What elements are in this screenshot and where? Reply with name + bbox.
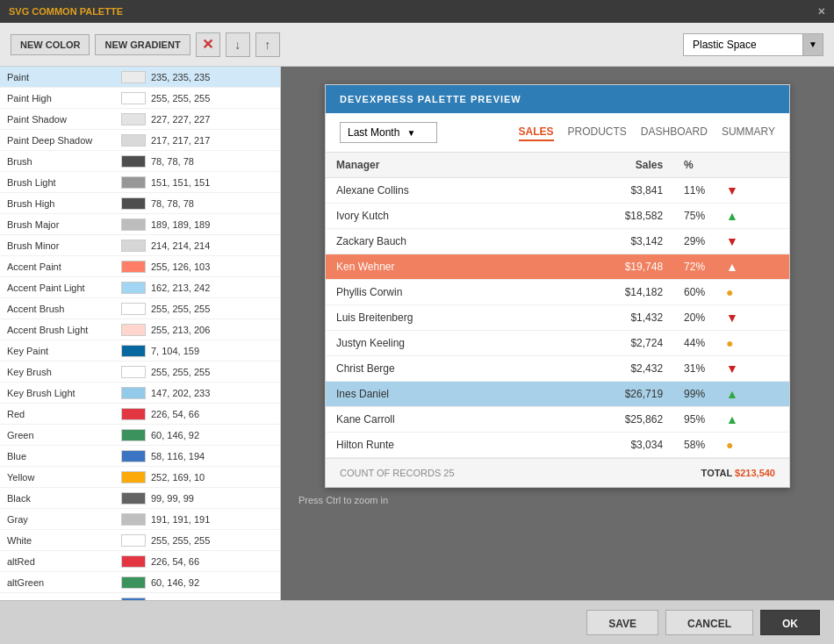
delete-button[interactable]: ✕ [196,32,220,57]
tab-products[interactable]: PRODUCTS [568,124,627,141]
table-row: Hilton Runte$3,03458%● [326,433,789,458]
new-gradient-button[interactable]: NEW GRADIENT [95,34,190,55]
cell-pct: 11% [673,178,715,204]
cell-trend: ▼ [715,178,789,204]
total-amount: $213,540 [735,468,775,478]
color-row[interactable]: altGreen60, 146, 92 [0,572,280,593]
color-name: Green [7,430,121,440]
cell-pct: 72% [673,254,715,280]
close-icon[interactable]: ✕ [817,6,825,18]
cell-manager: Luis Breitenberg [326,305,543,331]
color-name: Paint Deep Shadow [7,135,121,146]
color-swatch [121,450,146,462]
table-row: Zackary Bauch$3,14229%▼ [326,229,789,254]
trend-down-icon: ▼ [726,361,738,376]
palette-preview-card: DEVEXPRESS PALETTE PREVIEW Last Month ▼ … [325,84,790,488]
color-swatch [121,71,146,83]
cancel-button[interactable]: CANCEL [665,610,753,635]
table-row: Ken Wehner$19,74872%▲ [326,254,789,280]
color-value: 227, 227, 227 [151,114,210,125]
tab-sales[interactable]: SALES [519,124,554,141]
color-row[interactable]: Accent Paint255, 126, 103 [0,256,280,277]
color-row[interactable]: Accent Brush255, 255, 255 [0,298,280,319]
color-row[interactable]: Red226, 54, 66 [0,404,280,425]
color-row[interactable]: Brush Light151, 151, 151 [0,172,280,193]
color-swatch [121,92,146,104]
color-row[interactable]: altRed226, 54, 66 [0,551,280,572]
color-row[interactable]: White255, 255, 255 [0,530,280,551]
color-swatch [121,366,146,378]
trend-up-green-icon: ▲ [726,387,738,401]
tab-summary[interactable]: SUMMARY [722,124,775,141]
color-swatch [121,471,146,483]
color-row[interactable]: Brush78, 78, 78 [0,151,280,172]
color-row[interactable]: Black99, 99, 99 [0,488,280,509]
cell-pct: 20% [673,305,715,331]
trend-down-icon: ▼ [726,311,738,325]
title-bar: SVG COMMON PALETTE ✕ [0,0,834,23]
preview-brand: DEVEXPRESS [340,94,414,104]
color-row[interactable]: Blue58, 116, 194 [0,446,280,467]
color-value: 255, 255, 255 [151,535,210,546]
color-row[interactable]: Brush Minor214, 214, 214 [0,235,280,256]
month-dropdown[interactable]: Last Month ▼ [340,122,437,143]
new-color-button[interactable]: NEW COLOR [11,34,90,55]
color-row[interactable]: Green60, 146, 92 [0,425,280,446]
cell-sales: $25,862 [543,407,673,433]
color-row[interactable]: Brush High78, 78, 78 [0,193,280,214]
color-row[interactable]: Key Paint7, 104, 159 [0,340,280,361]
move-down-button[interactable]: ↓ [226,32,250,57]
color-name: Black [7,493,121,504]
color-name: Accent Paint Light [7,283,121,293]
cell-sales: $1,432 [543,305,673,331]
color-row[interactable]: Key Brush Light147, 202, 233 [0,383,280,404]
ok-button[interactable]: OK [760,610,820,635]
trend-up-white-icon: ▲ [726,260,738,274]
color-name: Brush Major [7,219,121,230]
zoom-hint: Press Ctrl to zoom in [298,495,388,505]
color-row[interactable]: Paint Shadow227, 227, 227 [0,109,280,130]
color-value: 162, 213, 242 [151,283,210,293]
color-name: Paint Shadow [7,114,121,125]
color-value: 58, 116, 194 [151,451,205,462]
cell-pct: 44% [673,331,715,356]
color-row[interactable]: Brush Major189, 189, 189 [0,214,280,235]
table-row: Justyn Keeling$2,72444%● [326,331,789,356]
color-value: 147, 202, 233 [151,388,210,398]
color-swatch [121,492,146,504]
color-value: 189, 189, 189 [151,219,210,230]
color-row[interactable]: Paint High255, 255, 255 [0,88,280,109]
tab-dashboard[interactable]: DASHBOARD [641,124,708,141]
color-list-panel[interactable]: Paint235, 235, 235Paint High255, 255, 25… [0,67,281,600]
color-row[interactable]: altBlue58, 116, 194 [0,593,280,600]
save-button[interactable]: SAVE [586,610,658,635]
color-value: 255, 255, 255 [151,93,210,104]
color-row[interactable]: Gray191, 191, 191 [0,509,280,530]
color-swatch [121,218,146,231]
table-header-row: Manager Sales % [326,153,789,178]
move-up-button[interactable]: ↑ [255,32,280,57]
cell-manager: Justyn Keeling [326,331,543,356]
month-value: Last Month [348,126,399,139]
sales-table: Manager Sales % Alexane Collins$3,84111%… [326,153,789,458]
color-row[interactable]: Key Brush255, 255, 255 [0,361,280,383]
palette-dropdown[interactable]: Plastic Space Default Office 2019 Materi… [683,33,823,56]
color-row[interactable]: Accent Brush Light255, 213, 206 [0,319,280,340]
palette-selector-wrapper: Plastic Space Default Office 2019 Materi… [683,33,823,56]
cell-manager: Ivory Kutch [326,204,543,229]
color-value: 255, 255, 255 [151,367,210,377]
color-value: 60, 146, 92 [151,430,199,440]
color-row[interactable]: Paint Deep Shadow217, 217, 217 [0,130,280,151]
color-swatch [121,303,146,315]
cell-manager: Ken Wehner [326,254,543,280]
color-row[interactable]: Yellow252, 169, 10 [0,467,280,488]
color-swatch [121,155,146,168]
color-name: Brush Light [7,177,121,188]
color-swatch [121,324,146,336]
color-name: Brush High [7,198,121,209]
color-row[interactable]: Paint235, 235, 235 [0,67,280,88]
bottom-bar: SAVE CANCEL OK [0,600,834,644]
cell-trend: ▼ [715,305,789,331]
color-name: Key Brush [7,367,121,377]
color-row[interactable]: Accent Paint Light162, 213, 242 [0,277,280,298]
